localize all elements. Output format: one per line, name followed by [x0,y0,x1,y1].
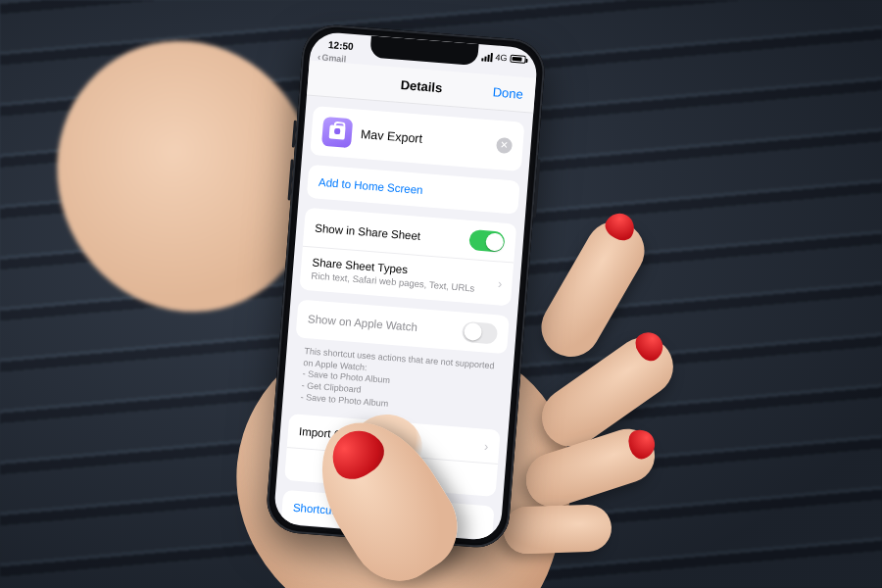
watch-unsupported-note: This shortcut uses actions that are not … [282,341,514,421]
shortcut-name-group: Mav Export ✕ [310,106,524,172]
chevron-right-icon: › [484,439,490,454]
chevron-right-icon: › [498,276,504,291]
add-to-home-row[interactable]: Add to Home Screen [307,165,520,215]
shortcut-name-row[interactable]: Mav Export ✕ [310,106,524,172]
show-in-share-sheet-toggle[interactable] [468,229,506,253]
watch-unsupported-list: Save to Photo Album Get Clipboard Save t… [300,368,494,417]
show-on-watch-toggle [462,321,499,345]
status-time: 12:50 [328,39,354,52]
add-to-home-label: Add to Home Screen [318,176,509,203]
show-on-watch-label: Show on Apple Watch [308,314,463,337]
network-label: 4G [495,52,508,63]
clear-name-button[interactable]: ✕ [496,137,513,154]
share-sheet-group: Show in Share Sheet Share Sheet Types Ri… [299,208,516,307]
page-title: Details [400,77,443,95]
battery-icon [510,55,526,64]
show-in-share-sheet-label: Show in Share Sheet [315,221,469,245]
signal-icon [481,52,493,62]
done-button[interactable]: Done [492,84,523,101]
shortcut-icon[interactable] [321,117,353,148]
add-to-home-group: Add to Home Screen [307,165,520,215]
shortcut-name-field[interactable]: Mav Export [360,127,488,151]
